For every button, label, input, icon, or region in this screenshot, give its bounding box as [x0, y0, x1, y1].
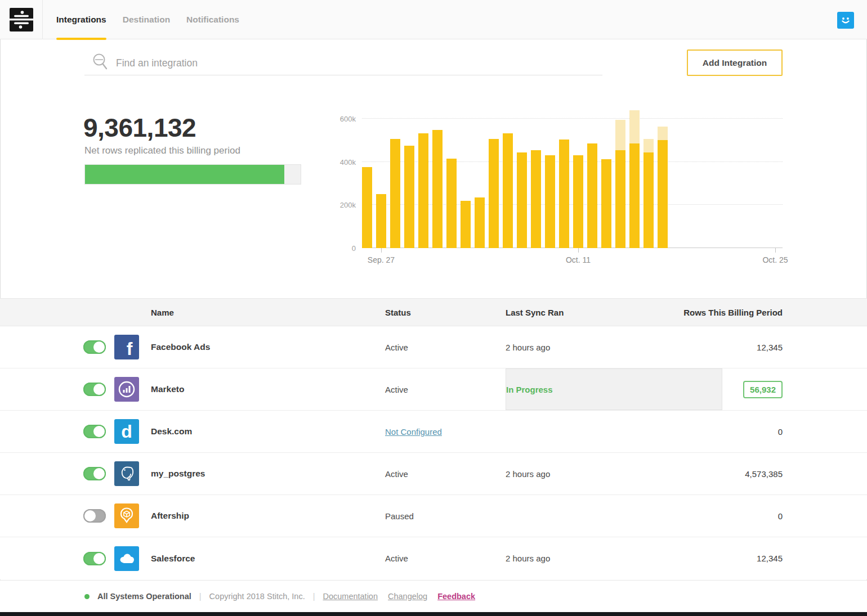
chart-bar — [531, 150, 541, 248]
integration-rows-count: 56,932 — [743, 368, 783, 410]
rows-value: 12,345 — [757, 554, 783, 563]
search-input[interactable] — [115, 52, 596, 74]
tab-notifications[interactable]: Notifications — [186, 0, 239, 39]
chart-x-tick — [578, 248, 579, 253]
chart-bar — [404, 146, 414, 248]
postgres-icon — [114, 461, 139, 486]
integration-row-facebook-ads[interactable]: f Facebook Ads Active 2 hours ago 12,345 — [0, 326, 867, 368]
chart-bar-solid — [629, 143, 640, 248]
integration-toggle[interactable] — [83, 383, 106, 396]
header-name: Name — [151, 299, 174, 326]
integration-row-salesforce[interactable]: Salesforce Active 2 hours ago 12,345 — [0, 537, 867, 579]
chart-bar — [362, 167, 372, 248]
chart-x-tick-label: Oct. 25 — [762, 255, 788, 264]
integration-name: Facebook Ads — [151, 326, 210, 368]
chart-bar — [587, 143, 597, 248]
toggle-knob — [93, 384, 105, 395]
rows-value: 12,345 — [757, 343, 783, 352]
footer-link-changelog[interactable]: Changelog — [388, 592, 427, 601]
chart-bar-solid — [615, 150, 625, 248]
chart-bar — [658, 127, 668, 248]
svg-text:d: d — [121, 421, 132, 442]
chart-bar — [461, 201, 471, 248]
chart-x-tick-label: Oct. 11 — [566, 255, 591, 264]
copyright-text: Copyright 2018 Stitch, Inc. — [209, 592, 305, 601]
chart-bar-solid — [658, 140, 668, 248]
rows-replicated-count: 9,361,132 — [83, 113, 196, 143]
smiley-icon — [837, 12, 854, 29]
chart-y-tick-label: 0 — [332, 244, 356, 253]
integration-toggle[interactable] — [83, 552, 106, 565]
chart-bar — [418, 133, 428, 248]
rows-value: 56,932 — [743, 381, 783, 398]
rows-value: 0 — [778, 511, 783, 521]
footer-links: DocumentationChangelogFeedback — [323, 592, 475, 601]
aftership-icon — [114, 503, 139, 528]
chart-bar — [475, 197, 485, 248]
main-nav: IntegrationsDestinationNotifications — [56, 0, 239, 39]
footer-link-feedback[interactable]: Feedback — [437, 592, 475, 601]
integration-name: Marketo — [151, 368, 184, 410]
footer-separator: | — [199, 592, 202, 601]
integration-name: Desk.com — [151, 411, 192, 452]
integration-toggle[interactable] — [83, 340, 106, 354]
chart-y-tick-label: 400k — [332, 158, 356, 166]
search-underline — [84, 75, 602, 75]
toggle-knob — [84, 510, 96, 521]
chart-y-tick-label: 600k — [332, 115, 356, 123]
table-header: Name Status Last Sync Ran Rows This Bill… — [0, 298, 867, 326]
app-window: IntegrationsDestinationNotifications Add… — [0, 0, 867, 616]
facebook-icon: f — [114, 335, 139, 359]
add-integration-button[interactable]: Add Integration — [687, 50, 783, 76]
integration-rows-count: 12,345 — [757, 537, 783, 579]
svg-text:f: f — [127, 339, 133, 359]
chart-bar — [573, 155, 583, 248]
toggle-knob — [93, 426, 105, 437]
tab-integrations[interactable]: Integrations — [56, 0, 106, 39]
chart-bar — [517, 152, 527, 248]
integration-last-sync: 2 hours ago — [506, 537, 550, 579]
integration-row-desk-com[interactable]: d Desk.com Not Configured 0 — [0, 411, 867, 453]
integration-status: Active — [385, 453, 408, 494]
integration-rows-count: 0 — [778, 495, 783, 537]
integration-toggle[interactable] — [83, 509, 106, 523]
integration-status: Active — [385, 537, 408, 579]
integration-name: my_postgres — [151, 453, 205, 494]
integration-row-my-postgres[interactable]: my_postgres Active 2 hours ago 4,573,385 — [0, 453, 867, 495]
topbar: IntegrationsDestinationNotifications — [0, 0, 867, 39]
system-status-label: All Systems Operational — [97, 592, 191, 601]
integration-rows-count: 4,573,385 — [745, 453, 783, 494]
chat-button[interactable] — [837, 12, 854, 29]
window-bottom-edge — [0, 612, 867, 616]
toggle-knob — [93, 553, 105, 564]
integration-rows-count: 0 — [778, 411, 783, 452]
integration-status[interactable]: Not Configured — [385, 411, 442, 452]
chart-x-tick — [381, 248, 382, 253]
billing-progress-bar — [84, 164, 301, 185]
integration-name: Salesforce — [151, 537, 195, 579]
footer: All Systems Operational | Copyright 2018… — [0, 580, 867, 612]
chart-bar — [615, 120, 625, 248]
integrations-list: f Facebook Ads Active 2 hours ago 12,345… — [0, 326, 867, 579]
integration-status: Active — [385, 368, 408, 410]
chart-bar — [446, 159, 457, 248]
integration-toggle[interactable] — [83, 467, 106, 480]
desk-icon: d — [114, 419, 139, 444]
integration-toggle[interactable] — [83, 425, 106, 438]
integration-status: Paused — [385, 495, 414, 537]
footer-link-documentation[interactable]: Documentation — [323, 592, 378, 601]
salesforce-icon — [114, 546, 139, 571]
tab-destination[interactable]: Destination — [123, 0, 170, 39]
chart-bar — [432, 130, 443, 248]
toggle-knob — [93, 341, 105, 353]
chart-bar — [545, 155, 555, 248]
replication-chart: 0200k400k600kSep. 27Oct. 11Oct. 25 — [332, 106, 788, 275]
chart-x-tick-label: Sep. 27 — [368, 255, 395, 264]
status-dot-icon — [84, 594, 90, 599]
integration-row-marketo[interactable]: Marketo Active In Progress 56,932 — [0, 368, 867, 411]
stitch-logo-icon[interactable] — [10, 8, 33, 32]
integration-row-aftership[interactable]: Aftership Paused 0 — [0, 495, 867, 537]
chart-bar — [376, 194, 386, 248]
billing-progress-fill — [85, 165, 284, 184]
header-rows: Rows This Billing Period — [683, 299, 783, 326]
